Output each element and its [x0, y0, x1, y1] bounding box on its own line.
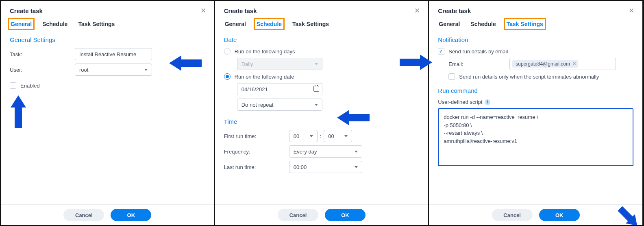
email-input[interactable]: supergate84@gmail.com ✕: [509, 58, 616, 70]
send-email-checkbox[interactable]: [438, 48, 444, 55]
radio-run-date[interactable]: [224, 73, 231, 80]
section-run-command: Run command: [438, 87, 633, 94]
tab-schedule[interactable]: Schedule: [256, 20, 283, 28]
panel-schedule: Create task ✕ General Schedule Task Sett…: [215, 1, 429, 225]
tabs: General Schedule Task Settings: [215, 19, 429, 31]
content: Notification Send run details by email E…: [429, 31, 642, 204]
row-date-input: [224, 83, 420, 95]
row-user-script-label: User-defined script i: [438, 99, 633, 105]
row-run-days: Run on the following days: [224, 48, 420, 55]
arrow-left-icon: [337, 108, 370, 127]
section-general-settings: General Settings: [10, 36, 205, 43]
user-select[interactable]: root: [75, 64, 152, 76]
time-colon: :: [320, 133, 322, 139]
label-abnormal: Send run details only when the script te…: [459, 74, 599, 80]
row-email: Email: supergate84@gmail.com ✕: [438, 58, 633, 70]
tab-task-settings[interactable]: Task Settings: [77, 20, 115, 28]
label-email: Email:: [448, 61, 505, 67]
ok-button[interactable]: OK: [539, 209, 580, 221]
info-icon[interactable]: i: [485, 99, 490, 105]
label-enabled: Enabled: [20, 83, 40, 89]
label-user: User:: [10, 67, 71, 73]
tab-general[interactable]: General: [10, 20, 33, 28]
row-abnormal: Send run details only when the script te…: [438, 73, 633, 80]
footer: Cancel OK: [215, 204, 429, 225]
cancel-button[interactable]: Cancel: [278, 209, 318, 221]
label-user-script: User-defined script: [438, 99, 482, 105]
abnormal-checkbox[interactable]: [448, 73, 455, 80]
label-last-run: Last run time:: [224, 164, 285, 170]
first-min-select[interactable]: 00: [324, 130, 352, 142]
frequency-select[interactable]: Every day: [289, 145, 362, 158]
first-hour-select[interactable]: 00: [289, 130, 318, 142]
footer: Cancel OK: [1, 204, 214, 225]
tabs: General Schedule Task Settings: [1, 19, 214, 31]
last-run-select[interactable]: 00:00: [289, 161, 362, 173]
titlebar: Create task ✕: [429, 1, 642, 19]
email-chip: supergate84@gmail.com ✕: [512, 60, 578, 68]
date-input[interactable]: [237, 83, 322, 95]
dialog-title: Create task: [438, 7, 471, 14]
svg-marker-1: [11, 95, 26, 128]
row-repeat: Do not repeat: [224, 99, 420, 111]
label-first-run: First run time:: [224, 133, 285, 139]
cancel-button[interactable]: Cancel: [63, 209, 104, 221]
tab-schedule[interactable]: Schedule: [41, 20, 68, 28]
dialog-title: Create task: [10, 7, 43, 14]
tab-schedule[interactable]: Schedule: [470, 20, 496, 28]
footer: Cancel OK: [429, 204, 642, 225]
row-frequency: Frequency: Every day: [224, 145, 420, 158]
arrow-right-icon: [400, 53, 432, 72]
section-date: Date: [224, 36, 420, 43]
content: Date Run on the following days Daily Run…: [215, 31, 429, 204]
daily-select: Daily: [237, 58, 322, 70]
panel-general: Create task ✕ General Schedule Task Sett…: [1, 1, 215, 225]
tab-task-settings[interactable]: Task Settings: [292, 20, 330, 28]
row-last-run: Last run time: 00:00: [224, 161, 420, 173]
ok-button[interactable]: OK: [325, 209, 366, 221]
svg-marker-0: [169, 55, 202, 71]
titlebar: Create task ✕: [1, 1, 214, 19]
close-icon[interactable]: ✕: [414, 7, 420, 15]
dialog-title: Create task: [224, 7, 257, 14]
script-textarea[interactable]: docker run -d --name=reactive_resume \ -…: [438, 108, 633, 166]
row-first-run: First run time: 00 : 00: [224, 130, 420, 142]
row-send-email: Send run details by email: [438, 48, 633, 55]
calendar-icon[interactable]: [313, 86, 319, 92]
row-enabled: Enabled: [10, 82, 205, 89]
date-field[interactable]: [237, 83, 322, 95]
close-icon[interactable]: ✕: [629, 7, 634, 15]
svg-marker-3: [400, 55, 432, 70]
cancel-button[interactable]: Cancel: [492, 209, 533, 221]
tab-general[interactable]: General: [438, 20, 461, 28]
tab-general[interactable]: General: [224, 20, 247, 28]
tab-task-settings[interactable]: Task Settings: [506, 20, 544, 28]
time-selects: 00 : 00: [289, 130, 352, 142]
titlebar: Create task ✕: [215, 1, 429, 19]
label-frequency: Frequency:: [224, 149, 285, 155]
enabled-checkbox[interactable]: [10, 82, 16, 89]
chip-remove-icon[interactable]: ✕: [572, 61, 576, 66]
panel-task-settings: Create task ✕ General Schedule Task Sett…: [429, 1, 643, 225]
ok-button[interactable]: OK: [111, 209, 151, 221]
close-icon[interactable]: ✕: [200, 7, 206, 15]
arrow-up-icon: [9, 95, 28, 128]
task-input[interactable]: [75, 48, 152, 60]
row-run-date: Run on the following date: [224, 73, 420, 80]
arrow-left-icon: [169, 54, 202, 72]
tabs: General Schedule Task Settings: [429, 19, 642, 31]
radio-run-days[interactable]: [224, 48, 231, 55]
section-time: Time: [224, 118, 420, 125]
section-notification: Notification: [438, 36, 633, 43]
label-run-days: Run on the following days: [235, 48, 295, 55]
label-send-email: Send run details by email: [448, 48, 508, 55]
repeat-select[interactable]: Do not repeat: [237, 99, 322, 111]
row-daily: Daily: [224, 58, 420, 70]
label-task: Task:: [10, 51, 71, 57]
svg-marker-2: [337, 110, 370, 125]
label-run-date: Run on the following date: [235, 74, 294, 80]
